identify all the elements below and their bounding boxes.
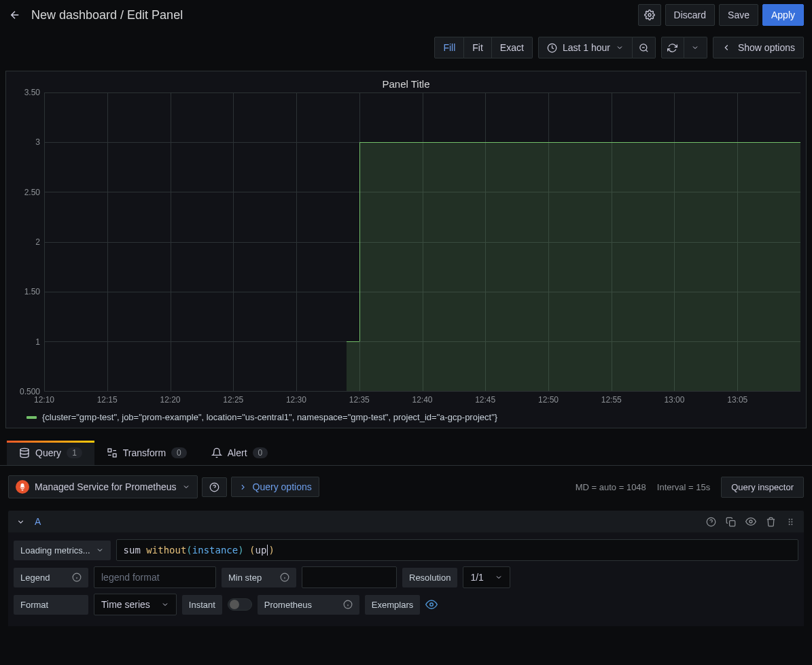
svg-point-19 [791,524,792,525]
editor-tabs: Query 1 Transform 0 Alert 0 [0,428,812,466]
svg-rect-7 [113,454,116,457]
y-tick: 1 [35,337,40,347]
metrics-browser-label: Loading metrics... [20,545,90,556]
query-options-toggle[interactable]: Query options [231,477,319,497]
format-value: Time series [101,599,150,610]
query-options-label: Query options [253,481,312,492]
tab-count-badge: 0 [171,447,187,458]
refresh-icon [667,43,677,53]
svg-point-29 [430,603,434,607]
legend-format-input[interactable] [94,566,216,588]
tab-label: Transform [123,447,166,458]
zoom-out-icon [639,43,649,53]
svg-rect-12 [730,520,735,526]
zoom-out-button[interactable] [633,37,656,58]
prometheus-icon [16,480,29,494]
chevron-down-icon [616,44,624,52]
panel-title: Panel Title [12,71,800,92]
svg-rect-6 [108,449,111,452]
svg-point-13 [749,520,752,523]
remove-query-button[interactable] [766,516,776,527]
x-tick: 12:25 [223,395,243,405]
tab-query[interactable]: Query 1 [7,441,94,465]
format-label: Format [14,595,88,615]
min-step-input[interactable] [302,566,397,588]
tab-transform[interactable]: Transform 0 [94,441,199,465]
chevron-down-icon [161,600,169,609]
svg-point-15 [791,518,792,519]
svg-point-14 [789,518,790,519]
x-tick: 12:30 [286,395,306,405]
instant-label: Instant [182,595,222,615]
fill-button[interactable]: Fill [434,37,464,58]
gear-icon [644,10,655,20]
min-step-label: Min step [222,568,296,587]
info-icon[interactable] [280,573,289,582]
settings-button[interactable] [638,4,661,26]
legend-swatch [27,416,37,419]
exemplars-toggle[interactable] [425,598,438,611]
query-help-icon[interactable] [706,516,716,527]
x-tick: 12:55 [601,395,622,405]
format-select[interactable]: Time series [94,594,177,615]
svg-point-0 [648,14,651,16]
datasource-picker[interactable]: Managed Service for Prometheus [8,475,198,498]
save-button[interactable]: Save [719,4,758,26]
info-icon[interactable] [72,573,82,582]
svg-line-3 [646,50,648,52]
query-ref-id: A [35,516,41,527]
instant-toggle[interactable] [228,598,252,611]
tab-label: Query [35,447,61,458]
discard-button[interactable]: Discard [665,4,715,26]
chevron-left-icon [722,43,731,52]
y-tick: 1.50 [24,287,40,296]
chart-legend[interactable]: {cluster="gmp-test", job="prom-example",… [12,408,800,422]
query-inspector-button[interactable]: Query inspector [721,477,804,498]
svg-point-5 [20,448,29,451]
duplicate-query-button[interactable] [726,516,736,527]
metrics-browser-button[interactable]: Loading metrics... [14,541,111,560]
chart-plot[interactable] [44,92,800,392]
x-tick: 13:00 [664,395,684,405]
datasource-name: Managed Service for Prometheus [35,481,177,492]
x-tick: 12:45 [475,395,495,405]
exact-button[interactable]: Exact [492,37,533,58]
query-expression-input[interactable]: sum without(instance) (up) [116,539,798,561]
back-button[interactable] [8,8,22,22]
tab-label: Alert [228,447,247,458]
x-tick: 12:15 [97,395,118,405]
chevron-right-icon [239,483,247,492]
y-tick: 2 [35,237,40,247]
x-tick: 12:50 [538,395,559,405]
resolution-label: Resolution [402,568,457,587]
query-row-header[interactable]: A [8,511,804,532]
svg-point-17 [791,521,792,522]
resolution-value: 1/1 [470,572,483,583]
breadcrumb: New dashboard / Edit Panel [31,8,183,22]
md-info: MD = auto = 1048 [576,482,646,492]
drag-handle-icon[interactable] [785,516,796,527]
chevron-down-icon [96,546,104,554]
time-range-picker[interactable]: Last 1 hour [538,37,633,58]
refresh-interval-button[interactable] [684,37,707,58]
info-icon[interactable] [343,600,353,609]
svg-point-16 [789,521,790,522]
datasource-help-button[interactable] [202,477,227,497]
svg-point-18 [789,524,790,525]
y-axis: 3.50 3 2.50 2 1.50 1 0.500 [12,92,44,392]
refresh-button[interactable] [661,37,684,58]
fit-button[interactable]: Fit [464,37,492,58]
show-options-button[interactable]: Show options [713,37,804,58]
apply-button[interactable]: Apply [762,4,804,26]
y-tick: 3.50 [24,88,40,97]
tab-count-badge: 1 [67,447,82,458]
resolution-select[interactable]: 1/1 [463,566,510,588]
interval-info: Interval = 15s [657,482,710,492]
table-view-toggle: Fill Fit Exact [434,37,532,58]
tab-alert[interactable]: Alert 0 [199,441,280,465]
y-tick: 2.50 [24,188,40,197]
show-options-label: Show options [738,42,795,53]
toggle-visibility-button[interactable] [745,516,756,527]
x-tick: 12:20 [160,395,181,405]
chevron-down-icon [691,44,699,52]
